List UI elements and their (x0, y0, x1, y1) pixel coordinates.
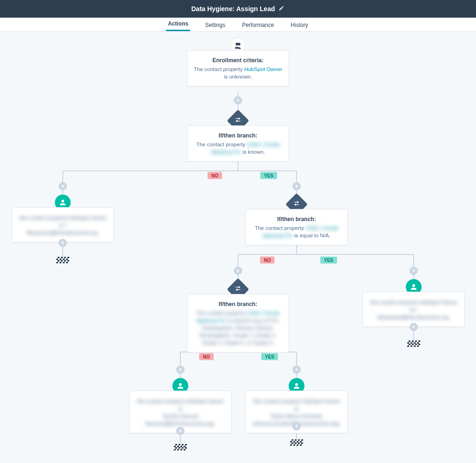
enrollment-body: The contact property HubSpot Owner is un… (192, 65, 284, 80)
end-flag-icon (56, 257, 69, 263)
add-action-icon[interactable]: + (292, 422, 301, 430)
branch2-title: If/then branch: (251, 216, 343, 222)
enrollment-title: Enrollment criteria: (192, 57, 284, 64)
add-action-icon[interactable]: + (176, 365, 185, 374)
end-flag-icon (174, 444, 187, 450)
branch1-body: The contact property Child 1 Grade Apply… (192, 141, 284, 156)
branch3-body: The contact property Child 1 Grade Apply… (192, 309, 284, 346)
set-owner-left-card[interactable]: Set contact property HubSpot Owner to / … (12, 207, 114, 242)
branch2-no-label: NO (260, 257, 275, 264)
branch1-title: If/then branch: (192, 132, 284, 139)
add-action-icon[interactable]: + (59, 182, 67, 190)
workflow-title: Data Hygiene: Assign Lead (192, 5, 275, 13)
branch1-yes-label: YES (260, 172, 277, 179)
page-header: Data Hygiene: Assign Lead (0, 0, 476, 18)
set-owner-right-card[interactable]: Set contact property HubSpot Owner to / … (363, 292, 465, 327)
pencil-icon[interactable] (278, 5, 284, 13)
branch3-title: If/then branch: (192, 301, 284, 307)
branch1-card[interactable]: If/then branch: The contact property Chi… (187, 125, 289, 162)
branch2-yes-label: YES (320, 257, 337, 264)
add-action-icon[interactable]: + (234, 267, 242, 275)
add-action-icon[interactable]: + (234, 96, 242, 104)
add-action-icon[interactable]: + (410, 323, 418, 331)
branch2-card[interactable]: If/then branch: The contact property Chi… (245, 209, 348, 245)
end-flag-icon (407, 340, 420, 347)
branch1-no-label: NO (208, 172, 222, 179)
enrollment-card[interactable]: Enrollment criteria: The contact propert… (187, 50, 289, 86)
tab-bar: Actions Settings Performance History (0, 18, 476, 32)
add-action-icon[interactable]: + (292, 365, 301, 374)
add-action-icon[interactable]: + (292, 182, 301, 190)
add-action-icon[interactable]: + (176, 427, 185, 435)
branch3-yes-label: YES (261, 353, 278, 360)
set-owner-bl-body: Set contact property HubSpot Owner to Ta… (134, 398, 226, 427)
tab-history[interactable]: History (289, 22, 310, 31)
branch3-card[interactable]: If/then branch: The contact property Chi… (187, 294, 289, 352)
set-owner-right-body: Set contact property HubSpot Owner to / … (368, 299, 460, 321)
workflow-canvas[interactable]: Enrollment criteria: The contact propert… (0, 32, 476, 463)
end-flag-icon (290, 439, 303, 446)
tab-performance[interactable]: Performance (240, 22, 276, 31)
branch2-body: The contact property Child 1 Grade Apply… (251, 224, 343, 239)
add-action-icon[interactable]: + (59, 239, 67, 247)
set-owner-left-body: Set contact property HubSpot Owner to / … (17, 214, 109, 236)
tab-settings[interactable]: Settings (203, 22, 227, 31)
add-action-icon[interactable]: + (410, 267, 418, 275)
tab-actions[interactable]: Actions (166, 20, 190, 31)
branch3-no-label: NO (199, 353, 214, 360)
